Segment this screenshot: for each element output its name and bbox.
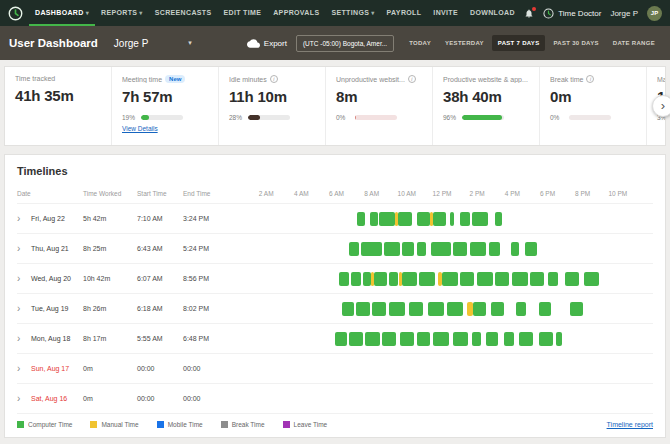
nav-item-approvals[interactable]: APPROVALS [267, 0, 325, 26]
nav-item-invite[interactable]: INVITE [427, 0, 464, 26]
timeline-date: Fri, Aug 22 [31, 215, 83, 222]
computer-time-segment [539, 302, 551, 316]
nav-item-dashboard[interactable]: DASHBOARD▾ [29, 0, 95, 26]
info-icon[interactable]: i [586, 75, 594, 83]
range-past-30-days[interactable]: PAST 30 DAYS [547, 35, 604, 51]
nav-item-payroll[interactable]: PAYROLL [381, 0, 428, 26]
top-nav: DASHBOARD▾REPORTS▾SCREENCASTSEDIT TIMEAP… [0, 0, 670, 26]
timeline-header: Date Time Worked Start Time End Time 2 A… [17, 183, 653, 203]
timeline-date: Sun, Aug 17 [31, 365, 83, 372]
nav-item-edit-time[interactable]: EDIT TIME [217, 0, 267, 26]
hour-label: 12 PM [433, 190, 452, 197]
legend-item-mobile-time: Mobile Time [157, 421, 203, 428]
computer-time-segment [491, 302, 503, 316]
timedoctor-logo-icon[interactable] [8, 6, 23, 21]
stat-percent: 96% [443, 114, 457, 121]
expand-chevron-icon[interactable]: › [17, 304, 31, 314]
timeline-row: ›Sun, Aug 170m00:0000:00 [17, 353, 653, 383]
range-past-7-days[interactable]: PAST 7 DAYS [492, 35, 546, 51]
timezone-select[interactable]: (UTC -05:00) Bogota, Amer... [296, 35, 394, 52]
timeline-time-worked: 10h 42m [83, 275, 137, 282]
timeline-date: Sat, Aug 16 [31, 395, 83, 402]
computer-time-segment [565, 272, 579, 286]
computer-time-segment [349, 242, 359, 256]
expand-chevron-icon[interactable]: › [17, 394, 31, 404]
stat-label-text: Meeting time [122, 76, 162, 83]
timeline-date: Wed, Aug 20 [31, 275, 83, 282]
info-icon[interactable]: i [408, 75, 416, 83]
nav-item-download[interactable]: DOWNLOAD [464, 0, 521, 26]
legend-label: Break Time [232, 421, 265, 428]
computer-time-segment [453, 242, 467, 256]
nav-item-reports[interactable]: REPORTS▾ [95, 0, 149, 26]
computer-time-segment [417, 332, 429, 346]
computer-time-segment [512, 272, 528, 286]
stat-card-label: Meeting timeNew [122, 75, 208, 83]
user-select[interactable]: Jorge P ▾ [114, 38, 192, 49]
stat-card-4: Productive website & app...i38h 40m96% [433, 67, 540, 145]
expand-chevron-icon[interactable]: › [17, 214, 31, 224]
stat-value: 7h 57m [122, 88, 208, 105]
timelines-title: Timelines [17, 165, 653, 177]
timeline-time-worked: 8h 25m [83, 245, 137, 252]
expand-chevron-icon[interactable]: › [17, 334, 31, 344]
progress-fill [248, 115, 260, 120]
timeline-track [231, 332, 653, 346]
legend-swatch [157, 421, 164, 428]
computer-time-segment [516, 302, 527, 316]
timeline-row: ›Tue, Aug 198h 26m6:18 AM8:02 PM [17, 293, 653, 323]
hour-label: 10 AM [398, 190, 416, 197]
chevron-down-icon: ▾ [371, 10, 374, 16]
legend-label: Leave Time [294, 421, 328, 428]
expand-chevron-icon[interactable]: › [17, 244, 31, 254]
nav-item-settings[interactable]: SETTINGS▾ [325, 0, 380, 26]
view-details-link[interactable]: View Details [122, 125, 208, 132]
timeline-row: ›Thu, Aug 218h 25m6:43 AM5:24 PM [17, 233, 653, 263]
legend-label: Computer Time [28, 421, 72, 428]
chevron-down-icon: ▾ [139, 10, 142, 16]
avatar[interactable]: JP [647, 6, 662, 21]
expand-chevron-icon[interactable]: › [17, 274, 31, 284]
carousel-next-button[interactable]: › [652, 95, 670, 117]
new-badge: New [165, 75, 185, 83]
timeline-date: Mon, Aug 18 [31, 335, 83, 342]
computer-time-segment [351, 272, 362, 286]
hour-label: 6 AM [329, 190, 344, 197]
info-icon[interactable]: i [270, 75, 278, 83]
notification-dot [532, 7, 536, 11]
stat-label-text: Time tracked [15, 75, 55, 82]
stats-row: Time tracked41h 35mMeeting timeNew7h 57m… [4, 66, 666, 146]
expand-chevron-icon[interactable]: › [17, 364, 31, 374]
progress-track [462, 115, 504, 120]
computer-time-segment [409, 302, 423, 316]
timeline-start-time: 6:07 AM [137, 275, 183, 282]
notifications-bell-icon[interactable] [524, 8, 534, 19]
computer-time-segment [342, 302, 354, 316]
stat-meter: 0% [336, 114, 422, 121]
topnav-user-name[interactable]: Jorge P [610, 9, 638, 18]
column-time-worked: Time Worked [83, 190, 137, 197]
computer-time-segment [433, 332, 449, 346]
computer-time-segment [382, 332, 396, 346]
timeline-track [231, 272, 653, 286]
app: DASHBOARD▾REPORTS▾SCREENCASTSEDIT TIMEAP… [0, 0, 670, 438]
legend-swatch [90, 421, 97, 428]
timeline-report-link[interactable]: Timeline report [607, 421, 653, 428]
export-button[interactable]: Export [247, 39, 287, 48]
computer-time-segment [556, 332, 561, 346]
range-yesterday[interactable]: YESTERDAY [439, 35, 490, 51]
range-today[interactable]: TODAY [403, 35, 437, 51]
brand-clock-icon [543, 8, 554, 19]
computer-time-segment [472, 212, 488, 226]
timeline-start-time: 00:00 [137, 395, 183, 402]
range-date-range[interactable]: DATE RANGE [607, 35, 661, 51]
computer-time-segment [372, 302, 386, 316]
hour-label: 2 AM [259, 190, 274, 197]
computer-time-segment [417, 242, 426, 256]
hour-label: 4 AM [294, 190, 309, 197]
nav-item-screencasts[interactable]: SCREENCASTS [149, 0, 218, 26]
stat-card-label: Break timei [550, 75, 636, 83]
progress-track [141, 115, 183, 120]
stat-card-label: Unproductive websit...i [336, 75, 422, 83]
stat-card-label: Productive website & app...i [443, 75, 529, 83]
